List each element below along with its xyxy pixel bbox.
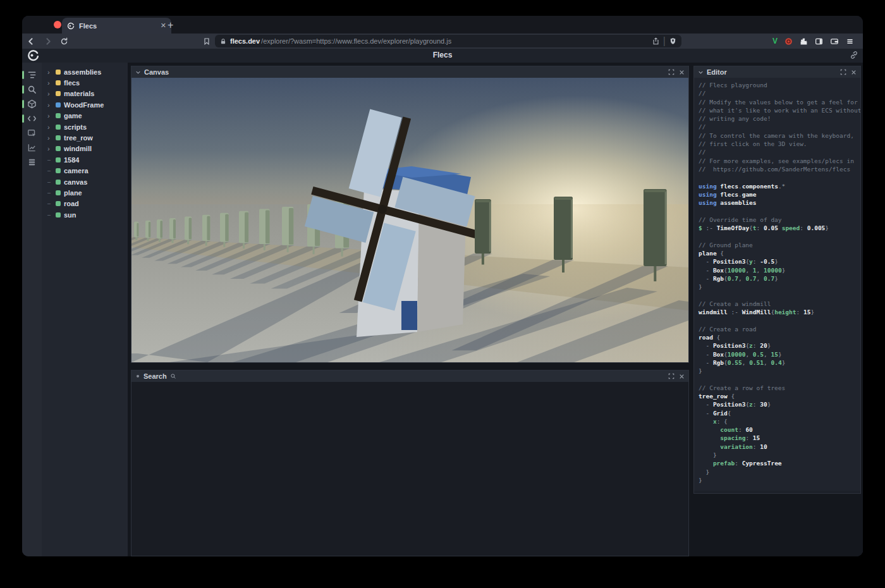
tree-row[interactable]: ›scripts	[42, 121, 128, 132]
close-icon[interactable]	[679, 70, 685, 75]
rail-canvas3d-button[interactable]	[22, 97, 42, 111]
rail-inspector-button[interactable]	[22, 126, 42, 140]
app-header: Flecs	[22, 49, 863, 63]
tree-item-label: camera	[64, 167, 88, 175]
tree-row[interactable]: ›game	[42, 111, 128, 121]
tree-row[interactable]: –road	[42, 199, 128, 209]
tree-row[interactable]: ›flecs	[42, 77, 128, 88]
menu-hamburger-icon[interactable]	[846, 37, 854, 46]
rail-editor-button[interactable]	[22, 111, 42, 126]
chevron-right-icon[interactable]: ›	[47, 135, 52, 141]
rail-query-button[interactable]	[22, 82, 42, 97]
vue-devtools-extension-icon[interactable]: V	[772, 37, 778, 46]
reload-button[interactable]	[60, 37, 73, 46]
editor-panel-title: Editor	[707, 68, 727, 76]
red-extension-icon[interactable]	[784, 37, 793, 46]
chevron-right-icon[interactable]: ›	[47, 80, 52, 86]
url-bar[interactable]: flecs.dev /explorer/?wasm=https://www.fl…	[215, 35, 681, 47]
3d-scene-canvas[interactable]	[131, 78, 688, 362]
tree-item-label: plane	[64, 189, 82, 197]
rail-outliner-button[interactable]	[22, 68, 42, 82]
active-indicator	[22, 85, 24, 94]
entity-color-square	[56, 70, 61, 75]
tree-row[interactable]: ›tree_row	[42, 132, 128, 143]
leaf-dash-icon: –	[47, 190, 52, 196]
sidebar-icon-rail	[22, 63, 42, 556]
new-tab-button[interactable]: +	[168, 19, 173, 32]
outliner-icon	[27, 70, 37, 80]
entity-color-square	[56, 102, 61, 107]
tree-row[interactable]: ›WoodFrame	[42, 99, 128, 110]
tree-row[interactable]: –camera	[42, 166, 128, 176]
tab-close-icon[interactable]: ✕	[161, 21, 166, 30]
cube-icon	[27, 99, 37, 109]
url-domain: flecs.dev	[230, 37, 260, 45]
canvas-panel-header[interactable]: Canvas	[131, 66, 688, 78]
tree-item-label: flecs	[64, 79, 80, 87]
chevron-right-icon[interactable]: ›	[47, 69, 52, 75]
tree-item-label: materials	[64, 90, 94, 97]
entity-color-square	[56, 135, 61, 140]
browser-window: Flecs ✕ + flecs.dev /explorer/?wasm=http…	[22, 16, 863, 556]
rail-tables-button[interactable]	[22, 155, 42, 169]
page-title: Flecs	[22, 51, 863, 59]
url-path: /explorer/?wasm=https://www.flecs.dev/ex…	[261, 37, 451, 45]
back-button[interactable]	[27, 37, 40, 46]
editor-code[interactable]: // Flecs playground//// Modify the value…	[694, 78, 860, 491]
close-icon[interactable]	[679, 374, 685, 379]
chevron-right-icon[interactable]: ›	[47, 90, 52, 97]
share-icon[interactable]	[652, 37, 659, 45]
lock-icon	[220, 38, 226, 45]
tree-row[interactable]: –canvas	[42, 176, 128, 187]
entity-color-square	[56, 157, 61, 162]
tab-favicon-flecs-icon	[67, 22, 75, 30]
expand-icon[interactable]	[668, 373, 674, 379]
chevron-right-icon[interactable]: ›	[47, 102, 52, 108]
tree-item-label: game	[64, 112, 82, 119]
tree-item-label: assemblies	[64, 68, 101, 76]
tree-row[interactable]: ›assemblies	[42, 66, 128, 77]
leaf-dash-icon: –	[47, 168, 52, 174]
chevron-right-icon[interactable]: ›	[47, 145, 52, 152]
app-body: ›assemblies›flecs›materials›WoodFrame›ga…	[22, 63, 863, 556]
active-indicator	[22, 71, 24, 79]
tree-item-label: canvas	[64, 178, 87, 186]
browser-tab[interactable]: Flecs ✕	[62, 18, 171, 34]
bookmark-icon[interactable]	[203, 37, 216, 46]
chevron-down-icon	[698, 70, 704, 75]
tree-item-label: tree_row	[64, 134, 93, 142]
traffic-close-button[interactable]	[54, 21, 61, 28]
entity-color-square	[56, 180, 61, 185]
leaf-dash-icon: –	[47, 200, 52, 207]
tree-row[interactable]: –1584	[42, 154, 128, 165]
chevron-right-icon[interactable]: ›	[47, 113, 52, 119]
collapsed-dot-icon	[137, 375, 139, 377]
forward-button[interactable]	[44, 37, 56, 46]
search-panel: Search	[131, 370, 689, 556]
expand-icon[interactable]	[668, 69, 674, 75]
brave-shield-icon[interactable]	[669, 37, 676, 45]
entity-color-square	[56, 168, 61, 173]
editor-panel-header[interactable]: Editor	[694, 66, 860, 78]
search-panel-title: Search	[143, 372, 167, 380]
tree-row[interactable]: –sun	[42, 209, 128, 220]
close-icon[interactable]	[851, 70, 857, 75]
wallet-icon[interactable]	[830, 37, 839, 46]
rail-stats-button[interactable]	[22, 140, 42, 155]
tree-item-label: sun	[64, 211, 76, 219]
tree-row[interactable]: –plane	[42, 187, 128, 198]
expand-icon[interactable]	[840, 69, 846, 75]
entity-color-square	[56, 190, 61, 195]
tree-row[interactable]: ›materials	[42, 89, 128, 99]
chevron-right-icon[interactable]: ›	[47, 124, 52, 130]
active-indicator	[22, 100, 24, 108]
screen: Flecs ✕ + flecs.dev /explorer/?wasm=http…	[0, 0, 885, 588]
search-panel-header[interactable]: Search	[131, 371, 688, 382]
tree-item-label: road	[64, 200, 79, 207]
sidebar-toggle-icon[interactable]	[815, 37, 823, 46]
share-link-icon[interactable]	[850, 51, 858, 59]
tab-title: Flecs	[79, 22, 156, 30]
extensions-puzzle-icon[interactable]	[800, 37, 808, 46]
search-results-area[interactable]	[131, 382, 688, 556]
tree-row[interactable]: ›windmill	[42, 144, 128, 154]
